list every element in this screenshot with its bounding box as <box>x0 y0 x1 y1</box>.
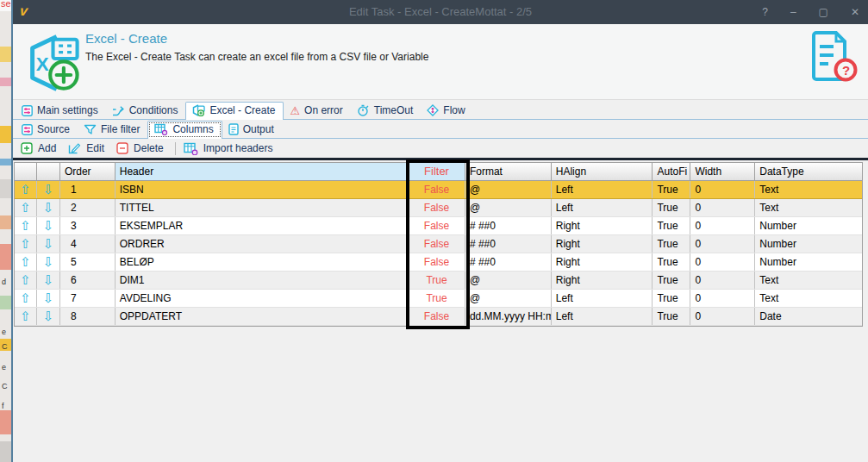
move-down-icon[interactable]: ⇩ <box>37 308 60 325</box>
col-header-halign[interactable]: HAlign <box>552 163 653 181</box>
minimize-button[interactable]: – <box>790 6 796 18</box>
background-letter: e <box>2 328 6 336</box>
flow-icon <box>427 104 439 116</box>
cell-filter: False <box>409 199 465 216</box>
table-row[interactable]: ⇧ ⇩ 2 TITTEL False @ Left True 0 Text <box>15 199 862 217</box>
cell-width: 0 <box>690 253 755 271</box>
cell-filter: False <box>409 308 465 325</box>
table-row[interactable]: ⇧ ⇩ 1 ISBN False @ Left True 0 Text <box>15 181 862 199</box>
edit-pencil-icon <box>68 142 81 154</box>
add-button[interactable]: Add <box>17 142 63 154</box>
cell-autofit: True <box>653 290 690 307</box>
help-button[interactable]: ? <box>762 6 768 18</box>
move-up-icon[interactable]: ⇧ <box>15 181 37 198</box>
subtab-columns[interactable]: Columns <box>147 121 222 139</box>
table-row[interactable]: ⇧ ⇩ 4 ORDRER False # ##0 Right True 0 Nu… <box>15 235 862 253</box>
warning-icon: ⚠ <box>290 105 300 116</box>
cell-order: 6 <box>60 272 116 289</box>
move-up-icon[interactable]: ⇧ <box>15 253 37 271</box>
cell-filter: True <box>409 290 465 307</box>
table-row[interactable]: ⇧ ⇩ 5 BELØP False # ##0 Right True 0 Num… <box>15 253 862 272</box>
col-header-filter[interactable]: Filter <box>409 163 465 181</box>
background-fragment <box>0 78 11 86</box>
cell-datatype: Date <box>755 308 862 325</box>
cell-header: ISBN <box>116 181 409 198</box>
cell-autofit: True <box>653 199 690 216</box>
move-down-icon[interactable]: ⇩ <box>37 235 60 253</box>
move-up-icon[interactable]: ⇧ <box>15 217 37 234</box>
cell-order: 1 <box>60 181 116 198</box>
cell-filter: False <box>409 181 465 198</box>
cell-format: @ <box>465 181 552 198</box>
excel-create-icon: X <box>27 30 84 99</box>
svg-text:X: X <box>36 53 49 75</box>
cell-autofit: True <box>653 253 690 271</box>
titlebar[interactable]: v Edit Task - Excel - CreateMottat - 2/5… <box>13 0 868 24</box>
table-row[interactable]: ⇧ ⇩ 6 DIM1 True @ Right True 0 Text <box>15 272 862 290</box>
col-header-header[interactable]: Header <box>116 163 409 181</box>
cell-autofit: True <box>653 308 690 325</box>
tab-label: Flow <box>443 104 465 116</box>
col-header-moveup[interactable] <box>15 163 37 181</box>
screen: se d e C e C f v Edit Task - Excel - Cre… <box>0 0 868 462</box>
subtab-source[interactable]: Source <box>16 122 78 138</box>
cell-format: # ##0 <box>465 253 552 271</box>
delete-button[interactable]: Delete <box>113 142 171 154</box>
move-down-icon[interactable]: ⇩ <box>37 290 60 307</box>
col-header-format[interactable]: Format <box>465 163 552 181</box>
background-letter: e <box>2 363 6 371</box>
cell-halign: Left <box>552 199 653 216</box>
tab-timeout[interactable]: TimeOut <box>351 103 422 119</box>
subtab-file-filter[interactable]: File filter <box>78 122 147 138</box>
maximize-button[interactable]: ▢ <box>819 6 828 18</box>
move-up-icon[interactable]: ⇧ <box>15 199 37 216</box>
close-button[interactable]: ✕ <box>851 6 859 18</box>
tab-conditions[interactable]: Conditions <box>106 103 186 119</box>
move-up-icon[interactable]: ⇧ <box>15 272 37 289</box>
col-header-order[interactable]: Order <box>60 163 116 181</box>
col-header-datatype[interactable]: DataType <box>755 163 862 181</box>
table-row[interactable]: ⇧ ⇩ 7 AVDELING True @ Left True 0 Text <box>15 290 862 308</box>
subtab-output[interactable]: Output <box>222 122 282 138</box>
cell-autofit: True <box>653 272 690 289</box>
move-up-icon[interactable]: ⇧ <box>15 290 37 307</box>
tab-flow[interactable]: Flow <box>421 103 472 119</box>
help-doc-icon[interactable]: ? <box>809 29 858 86</box>
move-down-icon[interactable]: ⇩ <box>37 199 60 216</box>
move-down-icon[interactable]: ⇩ <box>37 253 60 271</box>
document-icon <box>228 123 239 135</box>
edit-button[interactable]: Edit <box>65 142 111 154</box>
cell-header: EKSEMPLAR <box>116 217 409 234</box>
cell-filter: False <box>409 217 465 234</box>
background-fragment <box>0 179 11 198</box>
cell-datatype: Text <box>755 290 862 307</box>
cell-width: 0 <box>690 290 755 307</box>
move-down-icon[interactable]: ⇩ <box>37 181 60 198</box>
move-up-icon[interactable]: ⇧ <box>15 308 37 325</box>
import-headers-button[interactable]: Import headers <box>180 142 280 155</box>
cell-autofit: True <box>653 217 690 234</box>
cell-header: TITTEL <box>116 199 409 216</box>
table-row[interactable]: ⇧ ⇩ 8 OPPDATERT False dd.MM.yyyy HH:m Le… <box>15 308 862 326</box>
cell-halign: Right <box>552 235 653 253</box>
tab-label: Main settings <box>37 104 98 116</box>
move-down-icon[interactable]: ⇩ <box>37 272 60 289</box>
col-header-autofit[interactable]: AutoFi <box>653 163 690 181</box>
cell-width: 0 <box>690 272 755 289</box>
tab-on-error[interactable]: ⚠ On error <box>284 103 350 119</box>
tab-label: Excel - Create <box>209 104 275 116</box>
move-down-icon[interactable]: ⇩ <box>37 217 60 234</box>
tab-label: On error <box>304 104 343 116</box>
app-logo-icon: v <box>19 3 28 19</box>
cell-autofit: True <box>653 181 690 198</box>
tab-main-settings[interactable]: Main settings <box>16 103 106 119</box>
cell-datatype: Text <box>755 181 862 198</box>
col-header-movedown[interactable] <box>37 163 60 181</box>
cell-order: 5 <box>60 253 116 271</box>
cell-datatype: Text <box>755 272 862 289</box>
col-header-width[interactable]: Width <box>690 163 755 181</box>
tab-excel-create[interactable]: Excel - Create <box>185 102 284 120</box>
background-fragment <box>0 126 11 143</box>
move-up-icon[interactable]: ⇧ <box>15 235 37 253</box>
table-row[interactable]: ⇧ ⇩ 3 EKSEMPLAR False # ##0 Right True 0… <box>15 217 862 235</box>
